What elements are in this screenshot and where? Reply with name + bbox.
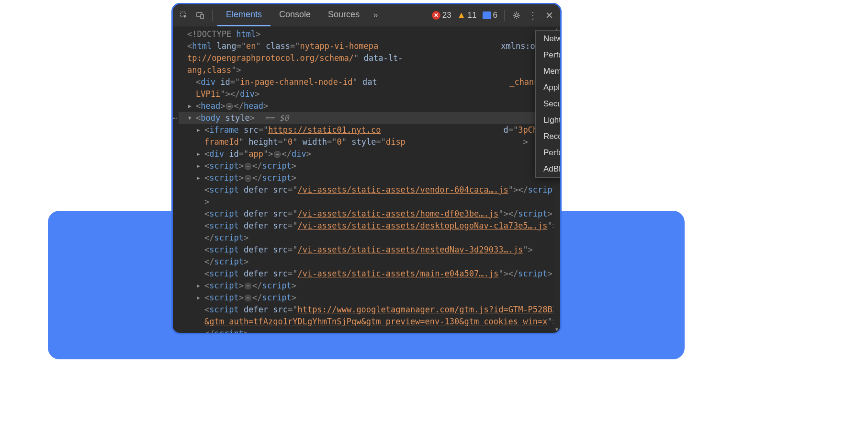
svg-point-3 <box>515 14 518 17</box>
menu-item-lighthouse[interactable]: Lighthouse <box>536 112 562 128</box>
dom-node[interactable]: <html lang="en" class="nytapp-vi-homepa … <box>179 40 560 76</box>
ellipsis-icon[interactable]: ⋯ <box>245 163 251 170</box>
collapse-arrow-icon[interactable]: ▼ <box>188 112 192 124</box>
dom-node[interactable]: <div id="in-page-channel-node-id" dat _c… <box>179 76 560 100</box>
warnings-badge[interactable]: ▲ 11 <box>455 10 479 20</box>
ellipsis-icon[interactable]: ⋯ <box>274 151 281 158</box>
more-tabs-icon[interactable]: » <box>368 8 383 23</box>
kebab-menu-icon[interactable]: ⋮ <box>526 8 540 23</box>
expand-arrow-icon[interactable]: ▶ <box>197 160 200 172</box>
dom-node[interactable]: <script defer src="/vi-assets/static-ass… <box>179 208 560 220</box>
device-toggle-icon[interactable] <box>193 8 207 23</box>
warnings-count: 11 <box>468 11 477 20</box>
expand-arrow-icon[interactable]: ▶ <box>197 124 200 136</box>
warning-icon: ▲ <box>457 10 466 20</box>
dom-node[interactable]: ▶<script>⋯</script> <box>179 292 560 304</box>
separator <box>504 10 505 21</box>
dom-node[interactable]: <script defer src="/vi-assets/static-ass… <box>179 244 560 268</box>
elements-tree[interactable]: <!DOCTYPE html> <html lang="en" class="n… <box>173 26 560 333</box>
devtools-panel: Elements Console Sources » ✕ 23 ▲ 11 6 <box>171 3 562 334</box>
separator <box>212 10 213 21</box>
menu-item-security[interactable]: Security <box>536 96 562 112</box>
expand-arrow-icon[interactable]: ▶ <box>197 148 200 160</box>
info-count: 6 <box>493 11 497 20</box>
panel-tabs: Elements Console Sources » <box>217 4 383 26</box>
error-icon: ✕ <box>432 11 440 20</box>
dom-node[interactable]: ▶<script>⋯</script> <box>179 172 560 184</box>
expand-arrow-icon[interactable]: ▶ <box>188 100 192 112</box>
menu-item-application[interactable]: Application <box>536 80 562 96</box>
overflow-menu: Network Performance Memory Application S… <box>535 30 562 178</box>
inspect-icon[interactable] <box>177 8 191 23</box>
gutter-dots: ⋯ <box>173 112 176 124</box>
tab-console[interactable]: Console <box>271 4 319 26</box>
settings-icon[interactable] <box>509 8 524 23</box>
toolbar-status: ✕ 23 ▲ 11 6 ⋮ ✕ <box>430 8 556 23</box>
dom-node[interactable]: ▶<script>⋯</script> <box>179 280 560 292</box>
dom-node[interactable]: ▶<script>⋯</script> <box>179 160 560 172</box>
tab-sources[interactable]: Sources <box>319 4 368 26</box>
menu-item-recorder[interactable]: Recorder <box>536 128 562 145</box>
expand-arrow-icon[interactable]: ▶ <box>197 172 200 184</box>
dom-node[interactable]: <script defer src="https://www.googletag… <box>179 304 560 333</box>
errors-badge[interactable]: ✕ 23 <box>430 11 453 20</box>
dom-node-selected[interactable]: ⋯▼<body style> == $0 <box>179 112 560 124</box>
expand-arrow-icon[interactable]: ▶ <box>197 292 200 304</box>
close-icon[interactable]: ✕ <box>542 8 556 23</box>
dom-node[interactable]: <script defer src="/vi-assets/static-ass… <box>179 268 560 280</box>
console-ref: == $0 <box>264 113 289 123</box>
menu-item-memory[interactable]: Memory <box>536 63 562 80</box>
dom-node[interactable]: ▶<div id="app">⋯</div> <box>179 148 560 160</box>
tab-elements[interactable]: Elements <box>217 4 271 26</box>
errors-count: 23 <box>442 11 451 20</box>
menu-item-performance[interactable]: Performance <box>536 47 562 63</box>
ellipsis-icon[interactable]: ⋯ <box>245 283 251 289</box>
dom-node[interactable]: <script defer src="/vi-assets/static-ass… <box>179 220 560 244</box>
ellipsis-icon[interactable]: ⋯ <box>226 103 233 110</box>
expand-arrow-icon[interactable]: ▶ <box>197 280 200 292</box>
info-icon <box>483 11 491 19</box>
devtools-toolbar: Elements Console Sources » ✕ 23 ▲ 11 6 <box>173 4 560 26</box>
menu-item-adblock[interactable]: AdBlock <box>536 161 562 177</box>
info-badge[interactable]: 6 <box>481 11 499 20</box>
menu-item-network[interactable]: Network <box>536 31 562 47</box>
ellipsis-icon[interactable]: ⋯ <box>245 295 251 301</box>
dom-node[interactable]: <script defer src="/vi-assets/static-ass… <box>179 184 560 208</box>
dom-node[interactable]: ▶<iframe src="https://static01.nyt.co d=… <box>179 124 560 148</box>
ellipsis-icon[interactable]: ⋯ <box>245 175 251 182</box>
dom-node[interactable]: <!DOCTYPE html> <box>179 28 560 40</box>
dom-node[interactable]: ▶<head>⋯</head> <box>179 100 560 112</box>
menu-item-perf-insights[interactable]: Performance insights <box>536 145 562 161</box>
svg-rect-2 <box>201 14 203 19</box>
